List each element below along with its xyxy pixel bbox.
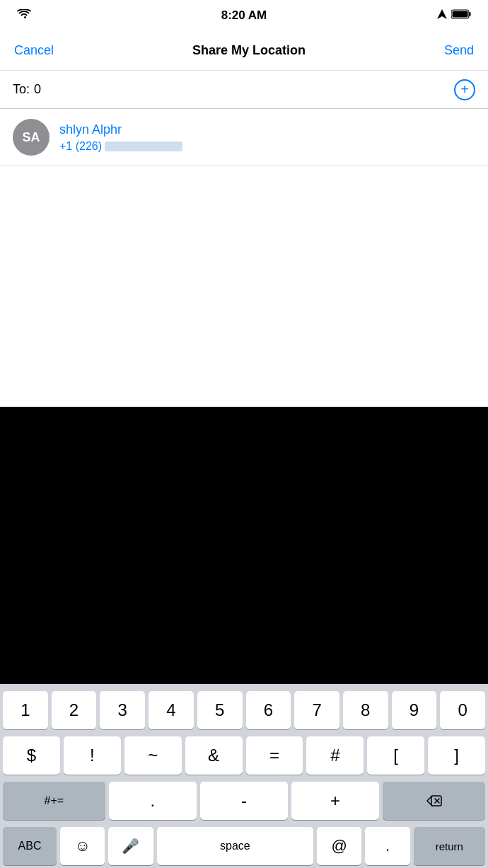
to-value[interactable]: 0	[34, 82, 454, 97]
avatar: SA	[13, 119, 50, 156]
to-field: To: 0 +	[0, 71, 488, 109]
contact-info: shlyn Alphr +1 (226)	[59, 122, 182, 153]
battery-icon	[451, 9, 471, 22]
key-at[interactable]: @	[317, 827, 361, 865]
contact-item[interactable]: SA shlyn Alphr +1 (226)	[0, 109, 488, 166]
key-microphone[interactable]: 🎤	[108, 827, 153, 865]
nav-bar: Cancel Share My Location Send	[0, 31, 488, 71]
svg-rect-3	[453, 11, 468, 18]
keyboard-row-symbols: $ ! ~ & = # [ ]	[3, 736, 485, 775]
keyboard-row-bottom: ABC ☺ 🎤 space @ . return	[3, 827, 485, 865]
send-button[interactable]: Send	[444, 43, 474, 58]
key-tilde[interactable]: ~	[124, 736, 182, 775]
key-period[interactable]: .	[109, 782, 197, 820]
keyboard: 1 2 3 4 5 6 7 8 9 0 $ ! ~ & = # [ ] #+= …	[0, 684, 488, 868]
key-3[interactable]: 3	[100, 691, 145, 729]
key-exclaim[interactable]: !	[64, 736, 121, 775]
key-7[interactable]: 7	[294, 691, 339, 729]
svg-rect-2	[470, 12, 471, 16]
svg-marker-0	[437, 9, 447, 19]
keyboard-row-special: #+= . - +	[3, 782, 485, 820]
key-5[interactable]: 5	[197, 691, 243, 729]
key-space[interactable]: space	[157, 827, 314, 865]
status-bar: 8:20 AM	[0, 0, 488, 31]
key-minus[interactable]: -	[200, 782, 288, 820]
key-abc[interactable]: ABC	[3, 827, 57, 865]
add-recipient-button[interactable]: +	[454, 79, 475, 100]
contact-list-area: SA shlyn Alphr +1 (226)	[0, 109, 488, 407]
key-hashpluseq[interactable]: #+=	[3, 782, 105, 820]
key-plus[interactable]: +	[291, 782, 379, 820]
status-time: 8:20 AM	[221, 8, 267, 23]
key-ampersand[interactable]: &	[185, 736, 243, 775]
key-open-bracket[interactable]: [	[367, 736, 424, 775]
key-0[interactable]: 0	[440, 691, 485, 729]
contact-phone: +1 (226)	[59, 140, 182, 153]
page-title: Share My Location	[192, 43, 306, 58]
wifi-icon	[17, 9, 31, 22]
key-return[interactable]: return	[414, 827, 485, 865]
keyboard-row-numbers: 1 2 3 4 5 6 7 8 9 0	[3, 691, 485, 729]
status-left	[17, 9, 31, 22]
key-4[interactable]: 4	[149, 691, 194, 729]
key-dot-bottom[interactable]: .	[365, 827, 409, 865]
key-2[interactable]: 2	[52, 691, 97, 729]
key-dollar[interactable]: $	[3, 736, 60, 775]
key-1[interactable]: 1	[3, 691, 48, 729]
cancel-button[interactable]: Cancel	[14, 43, 54, 58]
backspace-key[interactable]	[383, 782, 485, 820]
key-close-bracket[interactable]: ]	[428, 736, 485, 775]
key-equals[interactable]: =	[246, 736, 303, 775]
key-hash[interactable]: #	[306, 736, 364, 775]
contact-name: shlyn Alphr	[59, 122, 182, 137]
key-emoji[interactable]: ☺	[60, 827, 105, 865]
to-label: To:	[13, 82, 30, 97]
empty-content-area	[0, 166, 488, 407]
key-8[interactable]: 8	[343, 691, 388, 729]
status-right	[437, 9, 471, 22]
key-6[interactable]: 6	[246, 691, 291, 729]
key-9[interactable]: 9	[392, 691, 437, 729]
location-arrow-icon	[437, 9, 447, 22]
